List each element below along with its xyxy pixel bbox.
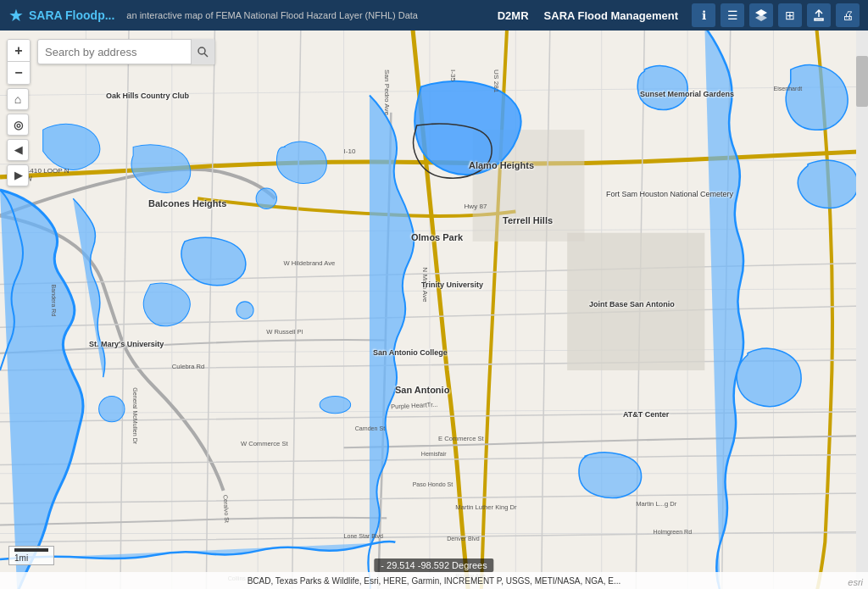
zoom-out-button[interactable]: − [8,62,30,84]
svg-text:Denver Blvd: Denver Blvd [447,536,480,542]
svg-line-55 [204,53,208,57]
svg-text:San Pedro Ave: San Pedro Ave [383,69,391,115]
logo-star-icon: ★ [8,5,24,25]
svg-text:I-10: I-10 [344,147,356,155]
nav-sara-flood[interactable]: SARA Flood Management [544,9,678,22]
right-scrollbar[interactable] [856,31,868,589]
svg-text:US 281: US 281 [492,69,500,93]
svg-text:Martin Luther King Dr: Martin Luther King Dr [455,503,517,511]
svg-text:Martin L...g Dr: Martin L...g Dr [636,500,677,508]
scale-label: 1mi [14,553,28,563]
nav-links: D2MR SARA Flood Management [498,9,678,22]
svg-marker-1 [755,14,767,21]
map-container[interactable]: I-410 LOOP N W I-10 Hwy 87 US 281 San Pe… [0,31,868,589]
svg-point-54 [198,47,205,54]
nav-d2mr[interactable]: D2MR [498,9,529,22]
scrollbar-thumb[interactable] [856,56,868,107]
search-icon [198,47,209,58]
search-button[interactable] [191,39,214,64]
svg-text:I-35: I-35 [449,69,457,81]
esri-logo: esri [848,577,863,587]
app-subtitle: an interactive map of FEMA National Floo… [126,10,497,20]
svg-text:W Hildebrand Ave: W Hildebrand Ave [284,259,336,267]
svg-text:Holmgreen Rd: Holmgreen Rd [654,529,693,536]
header-icons: ℹ ☰ ⊞ 🖨 [692,3,860,27]
svg-text:Hwy 87: Hwy 87 [464,203,487,210]
grid-button[interactable]: ⊞ [778,3,802,27]
back-button[interactable]: ◀ [7,139,29,161]
coordinates-display: - 29.514 -98.592 Degrees [374,558,493,572]
svg-text:Paso Hondo St: Paso Hondo St [413,481,453,488]
svg-point-24 [99,396,125,421]
svg-text:Bandera Rd: Bandera Rd [50,285,57,317]
map-svg: I-410 LOOP N W I-10 Hwy 87 US 281 San Pe… [0,31,868,589]
svg-text:E Commerce St: E Commerce St [438,435,484,442]
export-button[interactable] [807,3,831,27]
svg-text:Culebra Rd: Culebra Rd [172,363,204,370]
forward-button[interactable]: ▶ [7,164,29,186]
logo-area: ★ SARA Floodp... [8,5,114,25]
locate-button[interactable]: ◎ [7,114,29,136]
svg-text:General McMullen Dr: General McMullen Dr [131,387,138,445]
svg-rect-20 [567,233,704,370]
search-box [37,39,215,64]
app-header: ★ SARA Floodp... an interactive map of F… [0,0,868,31]
layers-button[interactable] [749,3,773,27]
svg-text:Eisenhardt: Eisenhardt [773,86,802,92]
svg-text:Ceralvo St: Ceralvo St [222,495,231,523]
svg-text:W Commerce St: W Commerce St [241,440,289,447]
svg-point-22 [256,188,276,208]
app-title: SARA Floodp... [29,8,114,22]
list-button[interactable]: ☰ [721,3,744,27]
svg-text:W Russell Pl: W Russell Pl [266,328,303,336]
svg-point-25 [320,396,350,413]
svg-text:N Main Ave: N Main Ave [421,267,429,303]
attribution-bar: BCAD, Texas Parks & Wildlife, Esri, HERE… [0,572,868,589]
svg-text:Camden St: Camden St [355,425,385,432]
zoom-control: + − [7,39,31,85]
svg-text:Hemisfair: Hemisfair [421,451,448,458]
info-button[interactable]: ℹ [692,3,715,27]
home-button[interactable]: ⌂ [7,88,29,110]
svg-point-23 [236,302,253,319]
svg-text:I-410 LOOP N: I-410 LOOP N [25,167,69,175]
print-button[interactable]: 🖨 [836,3,860,27]
zoom-in-button[interactable]: + [8,40,30,62]
search-input[interactable] [38,46,191,58]
left-toolbar: + − ⌂ ◎ ◀ ▶ [7,39,31,186]
svg-text:Lone Star Blvd: Lone Star Blvd [344,533,383,540]
scale-bar: 1mi [8,546,54,565]
